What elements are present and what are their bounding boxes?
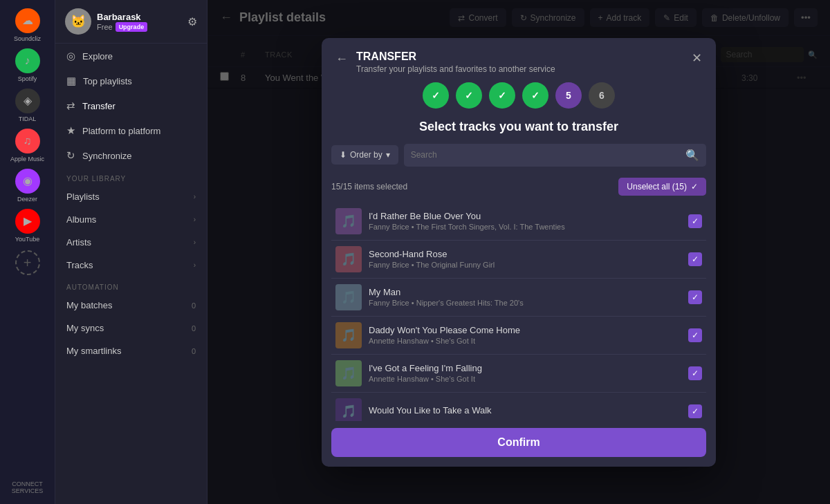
track-title: I'd Rather Be Blue Over You <box>369 211 681 221</box>
sidebar-item-top-playlists[interactable]: ▦ Top playlists <box>55 68 207 93</box>
track-info: I'd Rather Be Blue Over You Fanny Brice … <box>369 211 681 231</box>
user-name: Barbarask <box>97 12 182 22</box>
track-info: Would You Like to Take a Walk <box>369 405 681 417</box>
add-service-button[interactable]: + <box>15 250 40 275</box>
track-thumbnail: 🎵 <box>335 246 362 272</box>
youtube-icon: ▶ <box>15 209 40 234</box>
artists-label: Artists <box>66 237 91 248</box>
sidebar-item-label: Transfer <box>82 101 116 111</box>
step-5: 5 <box>555 82 582 109</box>
sidebar-item-playlists[interactable]: Playlists › <box>55 185 207 208</box>
track-checkbox[interactable]: ✓ <box>688 290 702 304</box>
sidebar-item-platform-to-platform[interactable]: ★ Platform to platform <box>55 118 207 143</box>
apple-music-icon: ♫ <box>15 129 40 153</box>
selection-count: 15/15 items selected <box>331 182 407 192</box>
track-thumbnail: 🎵 <box>335 322 362 348</box>
track-meta: Fanny Brice • The First Torch Singers, V… <box>369 223 681 231</box>
playlists-label: Playlists <box>66 192 100 202</box>
track-thumbnail: 🎵 <box>335 284 362 310</box>
sidebar-item-my-syncs[interactable]: My syncs 0 <box>55 317 207 339</box>
batches-count: 0 <box>192 301 196 310</box>
avatar: 🐱 <box>65 8 91 35</box>
explore-icon: ◎ <box>66 50 75 62</box>
sidebar-item-label: Top playlists <box>83 76 132 86</box>
step-3: ✓ <box>489 82 515 109</box>
list-item[interactable]: 🎵 Second-Hand Rose Fanny Brice • The Ori… <box>331 241 706 279</box>
nav-sidebar: 🐱 Barbarask Free Upgrade ⚙ ◎ Explore ▦ T… <box>55 0 208 504</box>
step-4: ✓ <box>522 82 548 109</box>
synchronize-icon: ↻ <box>66 149 75 162</box>
list-item[interactable]: 🎵 Daddy Won't You Please Come Home Annet… <box>331 317 706 355</box>
upgrade-badge[interactable]: Upgrade <box>116 22 148 32</box>
modal-title-area: TRANSFER Transfer your playlists and fav… <box>356 50 683 74</box>
track-info: Second-Hand Rose Fanny Brice • The Origi… <box>369 249 681 269</box>
syncs-count: 0 <box>192 324 196 333</box>
top-playlists-icon: ▦ <box>66 75 76 87</box>
modal-back-button[interactable]: ← <box>335 52 348 66</box>
sidebar-item-tracks[interactable]: Tracks › <box>55 254 207 277</box>
tidal-label: TIDAL <box>19 115 37 122</box>
user-plan: Free Upgrade <box>97 22 182 32</box>
sidebar-item-synchronize[interactable]: ↻ Synchronize <box>55 143 207 168</box>
modal-search-input[interactable] <box>411 150 681 160</box>
track-checkbox[interactable]: ✓ <box>688 328 702 342</box>
sidebar-item-spotify[interactable]: ♪ Spotify <box>10 47 46 83</box>
user-info: Barbarask Free Upgrade <box>97 12 182 32</box>
automation-section-label: AUTOMATION <box>55 277 207 294</box>
track-meta: Fanny Brice • Nipper's Greatest Hits: Th… <box>369 299 681 307</box>
tracks-label: Tracks <box>66 260 93 270</box>
platform-icon: ★ <box>66 124 75 137</box>
modal-subtitle: Transfer your playlists and favorites to… <box>356 64 683 74</box>
modal-header: ← TRANSFER Transfer your playlists and f… <box>322 38 716 82</box>
sidebar-item-transfer[interactable]: ⇄ Transfer <box>55 93 207 118</box>
track-checkbox[interactable]: ✓ <box>688 252 702 266</box>
chevron-down-icon: ▾ <box>386 150 390 160</box>
list-item[interactable]: 🎵 Would You Like to Take a Walk ✓ <box>331 393 706 421</box>
checkmark-icon: ✓ <box>691 182 698 192</box>
sidebar-item-youtube[interactable]: ▶ YouTube <box>10 207 46 243</box>
smartlinks-count: 0 <box>192 347 196 355</box>
track-checkbox[interactable]: ✓ <box>688 404 702 418</box>
track-thumbnail: 🎵 <box>335 398 362 421</box>
sidebar-item-my-batches[interactable]: My batches 0 <box>55 294 207 317</box>
deezer-label: Deezer <box>17 196 37 203</box>
sidebar-item-explore[interactable]: ◎ Explore <box>55 44 207 68</box>
chevron-right-icon: › <box>194 239 196 246</box>
search-icon: 🔍 <box>685 149 699 162</box>
track-checkbox[interactable]: ✓ <box>688 366 702 380</box>
order-by-button[interactable]: ⬇ Order by ▾ <box>331 145 398 165</box>
sidebar-item-artists[interactable]: Artists › <box>55 231 207 254</box>
modal-close-button[interactable]: ✕ <box>692 50 702 66</box>
main-content: ← Playlist details ⇄ Convert ↻ Synchroni… <box>208 0 830 504</box>
my-smartlinks-label: My smartlinks <box>66 346 121 356</box>
track-meta: Annette Hanshaw • She's Got It <box>369 375 681 383</box>
modal-title: TRANSFER <box>356 50 683 63</box>
track-title: I've Got a Feeling I'm Falling <box>369 363 681 373</box>
sidebar-item-deezer[interactable]: ◉ Deezer <box>10 167 46 203</box>
confirm-button[interactable]: Confirm <box>331 428 706 457</box>
track-list: 🎵 I'd Rather Be Blue Over You Fanny Bric… <box>322 203 716 421</box>
list-item[interactable]: 🎵 I've Got a Feeling I'm Falling Annette… <box>331 355 706 393</box>
selection-bar: 15/15 items selected Unselect all (15) ✓ <box>322 174 716 203</box>
sidebar-item-albums[interactable]: Albums › <box>55 208 207 231</box>
sidebar-item-apple-music[interactable]: ♫ Apple Music <box>10 127 46 163</box>
transfer-modal: ← TRANSFER Transfer your playlists and f… <box>322 38 716 467</box>
track-title: My Man <box>369 287 681 297</box>
list-item[interactable]: 🎵 I'd Rather Be Blue Over You Fanny Bric… <box>331 203 706 241</box>
step-1: ✓ <box>423 82 449 109</box>
gear-icon[interactable]: ⚙ <box>187 15 197 28</box>
step-2: ✓ <box>456 82 482 109</box>
sidebar-item-label: Synchronize <box>82 151 132 161</box>
step-6: 6 <box>589 82 615 109</box>
albums-label: Albums <box>66 214 96 225</box>
track-checkbox[interactable]: ✓ <box>688 214 702 228</box>
modal-toolbar: ⬇ Order by ▾ 🔍 <box>322 144 716 174</box>
track-title: Second-Hand Rose <box>369 249 681 259</box>
chevron-right-icon: › <box>194 193 196 200</box>
track-thumbnail: 🎵 <box>335 208 362 234</box>
list-item[interactable]: 🎵 My Man Fanny Brice • Nipper's Greatest… <box>331 279 706 317</box>
unselect-all-button[interactable]: Unselect all (15) ✓ <box>618 178 706 196</box>
sidebar-item-soundcloudiz[interactable]: ☁ Soundcliz <box>10 7 46 43</box>
sidebar-item-my-smartlinks[interactable]: My smartlinks 0 <box>55 339 207 362</box>
sidebar-item-tidal[interactable]: ◈ TIDAL <box>10 87 46 123</box>
